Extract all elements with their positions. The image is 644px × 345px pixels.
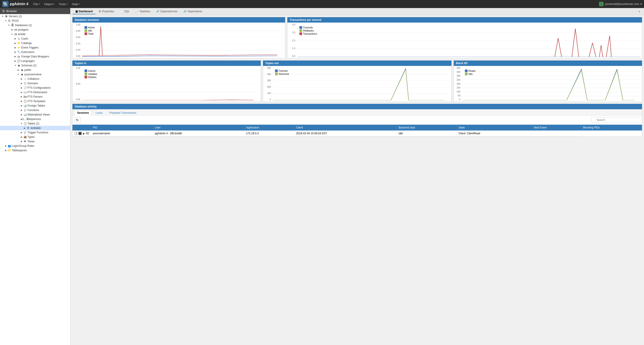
sidebar-item-fts_dict[interactable]: ▶ 📖 FTS Dictionaries [0, 90, 70, 94]
tree-toggle-extensions: ▶ [14, 50, 17, 54]
object-menu-arrow: ▾ [53, 3, 54, 5]
tree-icon-casts: ◇ [17, 37, 20, 40]
sidebar-item-tables[interactable]: ▼ 📋 Tables (1) [0, 121, 70, 126]
tree-label-foreign_data: Foreign Data Wrappers [21, 55, 49, 58]
user-dropdown-arrow: ▾ [640, 2, 642, 5]
tree-toggle-domains: ▶ [20, 81, 23, 85]
sidebar-item-catalogs[interactable]: ▶ 📁 Catalogs [0, 41, 70, 45]
sidebar-item-sequences[interactable]: ▶ 1…3 Sequences [0, 117, 70, 121]
stop-button[interactable]: ■ [78, 132, 82, 135]
block-io-svg [463, 67, 641, 100]
sidebar-item-mat_views[interactable]: ▶ 📊 Materialized Views [0, 112, 70, 117]
tree-toggle-testtable: ▶ [23, 126, 26, 130]
tree-label-fts_conf: FTS Configurations [28, 86, 50, 89]
app-name: pgAdmin 4 [10, 2, 28, 6]
sidebar-item-servers[interactable]: ▼ 🖥 Servers (1) [0, 14, 70, 18]
sidebar-item-testdb[interactable]: ▼ 🗃 testdb [0, 32, 70, 36]
sidebar-item-postgres[interactable]: ▶ 🗃 postgres [0, 27, 70, 32]
tree-toggle-foreign_tables: ▶ [20, 104, 23, 107]
info-button[interactable]: ℹ [74, 132, 78, 135]
sidebar-item-collations[interactable]: ▶ ↕ Collations [0, 77, 70, 81]
sidebar-item-databases[interactable]: ▼ 🗄 Databases (2) [0, 23, 70, 27]
sidebar-item-languages[interactable]: ▶ 💬 Languages [0, 59, 70, 63]
tree-label-schemas: Schemas (2) [21, 64, 36, 67]
sidebar-item-public[interactable]: ▶ ◈ public [0, 68, 70, 72]
sidebar-item-foreign_tables[interactable]: ▶ 📊 Foreign Tables [0, 103, 70, 108]
next-button[interactable]: ▶ [82, 132, 86, 135]
tree-toggle-event_triggers: ▶ [14, 46, 17, 49]
sidebar-item-fts_parsers[interactable]: ▶ Aa FTS Parsers [0, 94, 70, 99]
browser-icon: ☰ [2, 9, 5, 13]
sidebar: ☰ Browser ▼ 🖥 Servers (1) ▼ 🐘 PG10 ▼ 🗄 D… [0, 8, 70, 345]
cell-state: idle [397, 130, 456, 136]
sidebar-item-fts_templates[interactable]: ▶ 📋 FTS Templates [0, 99, 70, 103]
tree-toggle-testdb: ▼ [10, 32, 14, 36]
tree-label-login_groups: Login/Group Roles [12, 144, 34, 147]
object-menu[interactable]: Object ▾ [42, 1, 56, 7]
sidebar-item-casts[interactable]: ▶ ◇ Casts [0, 36, 70, 41]
tab-statistics[interactable]: 📈 Statistics [132, 9, 153, 14]
refresh-button[interactable]: ↻ [74, 117, 80, 123]
tools-menu-arrow: ▾ [66, 3, 68, 5]
sidebar-item-views[interactable]: ▶ 👁 Views [0, 139, 70, 144]
tree-toggle-fts_parsers: ▶ [20, 95, 23, 98]
file-menu[interactable]: File ▾ [32, 1, 42, 7]
sidebar-item-fts_conf[interactable]: ▶ 📝 FTS Configurations [0, 86, 70, 90]
file-menu-arrow: ▾ [39, 3, 40, 5]
tree-label-testtable: testtable [31, 126, 41, 130]
transactions-y-axis: 4.03.02.01.00.0 [287, 22, 295, 58]
tuples-in-y-axis: 1.000.500.00 [72, 66, 80, 102]
tree-icon-fts_dict: 📖 [23, 90, 27, 94]
col-state: State [456, 125, 532, 130]
statistics-tab-label: Statistics [140, 10, 150, 13]
tab-dependencies[interactable]: 🔗 Dependencies [154, 9, 180, 14]
logo-icon: 🐘 [2, 1, 8, 7]
sidebar-item-foreign_data[interactable]: ▶ 🗂 Foreign Data Wrappers [0, 54, 70, 59]
tab-dashboard[interactable]: ▣ Dashboard [73, 9, 96, 14]
tree-icon-types: 📦 [23, 135, 27, 139]
search-input[interactable] [591, 117, 640, 123]
tuples-in-header: Tuples in [72, 60, 261, 66]
tree-toggle-foreign_data: ▶ [14, 55, 17, 58]
tree-icon-schemas: ◈ [17, 64, 20, 67]
tree-toggle-fts_templates: ▶ [20, 99, 23, 103]
sidebar-item-login_groups[interactable]: ▶ 👥 Login/Group Roles [0, 144, 70, 148]
sidebar-item-extensions[interactable]: ▶ 🔧 Extensions [0, 50, 70, 54]
db-sessions-card: Database sessions 1.000.800.600.400.200.… [72, 17, 285, 58]
sessions-tab[interactable]: Sessions [74, 110, 92, 115]
sidebar-item-event_triggers[interactable]: ▶ ⚡ Event Triggers [0, 45, 70, 50]
tab-sql[interactable]: 📄 SQL [117, 9, 132, 14]
locks-tab[interactable]: Locks [93, 110, 106, 115]
tree-label-types: Types [28, 135, 35, 139]
row-controls: ℹ ■ ▶ 82 [72, 130, 91, 136]
tab-dependents[interactable]: 🔗 Dependents [181, 9, 205, 14]
user-email: youremail@yourdomain.com [605, 2, 639, 5]
content-area: ▣ Dashboard ⚙ Properties 📄 SQL 📈 Statist… [70, 8, 644, 345]
sidebar-item-pg10[interactable]: ▼ 🐘 PG10 [0, 18, 70, 23]
tree-icon-tables: 📋 [23, 122, 27, 125]
sidebar-item-domains[interactable]: ▶ ⬡ Domains [0, 81, 70, 86]
sidebar-item-testtable[interactable]: ▶ 🗒 testtable [0, 126, 70, 130]
help-menu[interactable]: Help ▾ [70, 1, 82, 7]
sql-tab-icon: 📄 [120, 10, 123, 13]
cell-wait-event: Client: ClientRead [456, 130, 532, 136]
col-backend-start: Backend start [397, 125, 456, 130]
tree-toggle-pg10: ▼ [4, 19, 8, 22]
activity-toolbar: ↻ 🔍 [72, 115, 642, 125]
sidebar-item-yourusername[interactable]: ▼ ◈ yourusername [0, 72, 70, 77]
pid-value: 82 [86, 132, 89, 135]
tuples-out-y-axis: 5004003002001000 [263, 66, 271, 102]
sidebar-item-trigger_funcs[interactable]: ▶ ƒ Trigger Functions [0, 130, 70, 135]
sidebar-item-schemas[interactable]: ▼ ◈ Schemas (2) [0, 63, 70, 68]
sidebar-item-functions[interactable]: ▶ ƒ Functions [0, 108, 70, 112]
tuples-out-body: 5004003002001000 Fetched Returned [263, 66, 451, 102]
tab-properties[interactable]: ⚙ Properties [96, 9, 117, 14]
db-sessions-legend: Active Idle Total [84, 26, 95, 35]
sidebar-item-tablespaces[interactable]: ▶ 📁 Tablespaces [0, 148, 70, 153]
tree-label-pg10: PG10 [12, 19, 19, 22]
prepared-transactions-tab[interactable]: Prepared Transactions [106, 110, 139, 115]
tools-menu[interactable]: Tools ▾ [57, 1, 69, 7]
tab-close-button[interactable]: × [637, 10, 642, 13]
sidebar-item-types[interactable]: ▶ 📦 Types [0, 135, 70, 139]
tree-icon-mat_views: 📊 [23, 113, 27, 116]
